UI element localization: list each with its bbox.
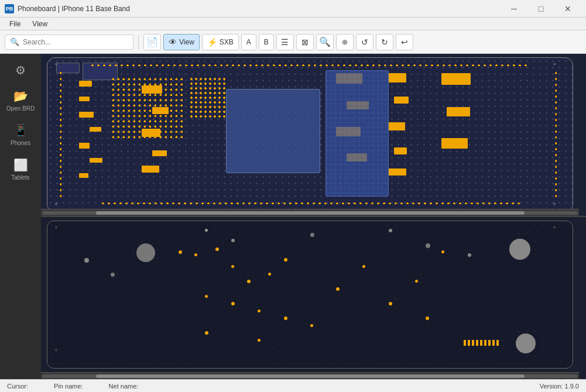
toolbar-separator-1	[138, 35, 139, 49]
version-label: Version: 1.9.0	[540, 383, 579, 390]
sidebar-item-settings[interactable]: ⚙	[3, 60, 38, 81]
pcb-canvas-top: + + + +	[41, 54, 586, 216]
a-button[interactable]: A	[241, 34, 256, 50]
menu-view[interactable]: View	[28, 19, 52, 29]
search-box: 🔍	[5, 35, 133, 50]
lightning-icon: ⚡	[207, 37, 217, 47]
hscroll-bottom[interactable]	[41, 372, 579, 379]
pcb-panel-bottom[interactable]: ▲ ▼	[41, 216, 586, 379]
menu-file[interactable]: File	[5, 19, 25, 29]
hscroll-track-bottom	[42, 374, 578, 378]
tablet-icon: ⬜	[13, 158, 28, 172]
hscroll-thumb-bottom	[96, 374, 525, 378]
sidebar-item-tablets[interactable]: ⬜ Tablets	[3, 154, 38, 184]
content-area: ▲ ▼	[41, 54, 586, 379]
titlebar-left: PB Phoneboard | IPhone 11 Base Band	[5, 4, 130, 13]
sidebar-phones-label: Phones	[11, 140, 30, 146]
hscroll-top[interactable]	[41, 209, 579, 216]
folder-icon: 📂	[13, 89, 28, 103]
app-logo: PB	[5, 4, 14, 13]
titlebar: PB Phoneboard | IPhone 11 Base Band ─ □ …	[0, 0, 586, 18]
a-label: A	[246, 38, 251, 46]
main-area: ⚙ 📂 Open BRD 📱 Phones ⬜ Tablets ▲ ▼	[0, 54, 586, 379]
minimize-button[interactable]: ─	[501, 0, 527, 18]
hscroll-thumb-top	[96, 211, 525, 215]
cursor-label: Cursor:	[7, 383, 28, 390]
pcb-canvas-bottom: + + +	[41, 217, 586, 379]
b-label: B	[264, 38, 269, 46]
maximize-button[interactable]: □	[527, 0, 554, 18]
redo-button[interactable]: ↻	[376, 34, 393, 50]
b-button[interactable]: B	[259, 34, 274, 50]
view-button[interactable]: 👁 View	[163, 34, 200, 50]
sidebar: ⚙ 📂 Open BRD 📱 Phones ⬜ Tablets	[0, 54, 41, 379]
eye-icon: 👁	[169, 37, 177, 47]
phone-icon: 📱	[13, 123, 28, 137]
zoom-out-button[interactable]: 🔍	[316, 34, 334, 50]
document-icon-button[interactable]: 📄	[143, 34, 161, 50]
close-button[interactable]: ✕	[554, 0, 581, 18]
undo-button[interactable]: ↩	[396, 34, 413, 50]
search-input[interactable]	[23, 38, 128, 46]
sidebar-open-brd-label: Open BRD	[6, 105, 35, 112]
sidebar-item-open-brd[interactable]: 📂 Open BRD	[3, 85, 38, 115]
net-label: Net name:	[109, 383, 139, 390]
pcb-panel-top[interactable]: ▲ ▼	[41, 54, 586, 216]
sidebar-item-phones[interactable]: 📱 Phones	[3, 120, 38, 150]
menubar: File View	[0, 18, 586, 30]
search-icon: 🔍	[10, 37, 19, 46]
grid-button[interactable]: ☰	[276, 34, 294, 50]
view-label: View	[179, 38, 194, 46]
sidebar-tablets-label: Tablets	[11, 174, 30, 181]
pin-label: Pin name:	[54, 383, 83, 390]
statusbar: Cursor: Pin name: Net name: Version: 1.9…	[0, 379, 586, 392]
zoom-in-button[interactable]: ⊕	[336, 34, 354, 50]
app-title: Phoneboard | IPhone 11 Base Band	[18, 5, 130, 13]
cross-button[interactable]: ⊠	[296, 34, 314, 50]
sxb-label: SXB	[220, 38, 234, 46]
sxb-button[interactable]: ⚡ SXB	[202, 34, 239, 50]
refresh-button[interactable]: ↺	[356, 34, 373, 50]
hscroll-track-top	[42, 211, 578, 215]
toolbar: 🔍 📄 👁 View ⚡ SXB A B ☰ ⊠ 🔍 ⊕ ↺ ↻ ↩	[0, 30, 586, 54]
gear-icon: ⚙	[15, 63, 26, 77]
titlebar-controls: ─ □ ✕	[501, 0, 581, 18]
